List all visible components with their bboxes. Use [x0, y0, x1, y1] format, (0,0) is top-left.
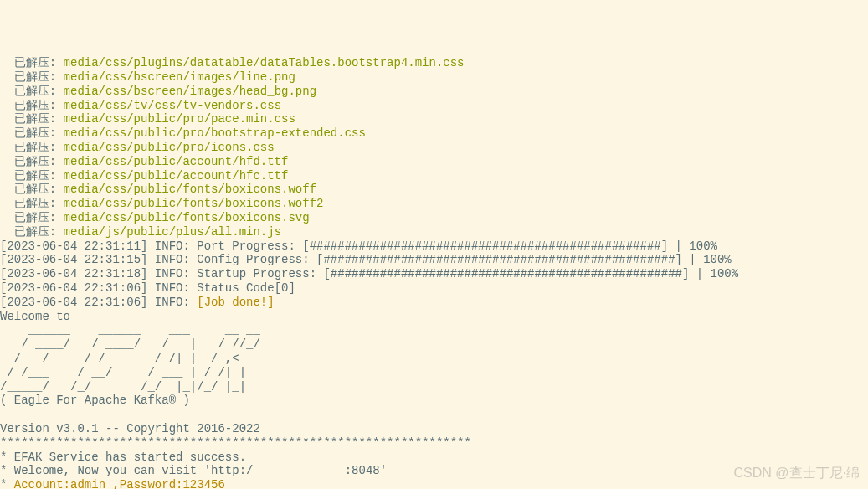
extract-line: 已解压: media/css/plugins/datatable/dataTab… [0, 56, 465, 69]
version-line: Version v3.0.1 -- Copyright 2016-2022 [0, 422, 260, 435]
separator-line: ****************************************… [0, 436, 471, 450]
account-line: * Account:admin ,Password:123456 [0, 478, 225, 489]
extract-line: 已解压: media/css/public/pro/bootstrap-exte… [0, 126, 366, 140]
extract-line: 已解压: media/css/public/pro/pace.min.css [0, 112, 295, 126]
extract-line: 已解压: media/css/public/account/hfc.ttf [0, 169, 288, 183]
extract-line: 已解压: media/css/bscreen/images/line.png [0, 70, 295, 84]
extract-line: 已解压: media/js/public/plus/all.min.js [0, 225, 281, 239]
status-line: [2023-06-04 22:31:06] INFO: Status Code[… [0, 281, 295, 295]
extract-line: 已解压: media/css/tv/css/tv-vendors.css [0, 99, 281, 112]
job-done-line: [2023-06-04 22:31:06] INFO: [Job done!] [0, 296, 275, 309]
extract-line: 已解压: media/css/public/fonts/boxicons.svg [0, 211, 310, 224]
terminal-output: 已解压: media/css/plugins/datatable/dataTab… [0, 56, 868, 489]
extract-line: 已解压: media/css/public/account/hfd.ttf [0, 155, 288, 168]
extract-line: 已解压: media/css/public/fonts/boxicons.wof… [0, 197, 323, 210]
extract-line: 已解压: media/css/bscreen/images/head_bg.pn… [0, 85, 316, 98]
extract-line: 已解压: media/css/public/fonts/boxicons.wof… [0, 183, 316, 196]
watermark-text: CSDN @查士丁尼·绵 [734, 465, 860, 481]
service-started-line: * EFAK Service has started success. [0, 450, 246, 464]
progress-line: [2023-06-04 22:31:11] INFO: Port Progres… [0, 239, 717, 253]
progress-line: [2023-06-04 22:31:18] INFO: Startup Prog… [0, 267, 738, 281]
welcome-text: Welcome to [0, 310, 70, 323]
welcome-visit-line: * Welcome, Now you can visit 'http:/ :80… [0, 464, 387, 477]
ascii-logo: ______ ______ ___ __ __ / ____/ / ____/ … [0, 323, 260, 407]
progress-line: [2023-06-04 22:31:15] INFO: Config Progr… [0, 253, 732, 266]
extract-line: 已解压: media/css/public/pro/icons.css [0, 141, 275, 154]
